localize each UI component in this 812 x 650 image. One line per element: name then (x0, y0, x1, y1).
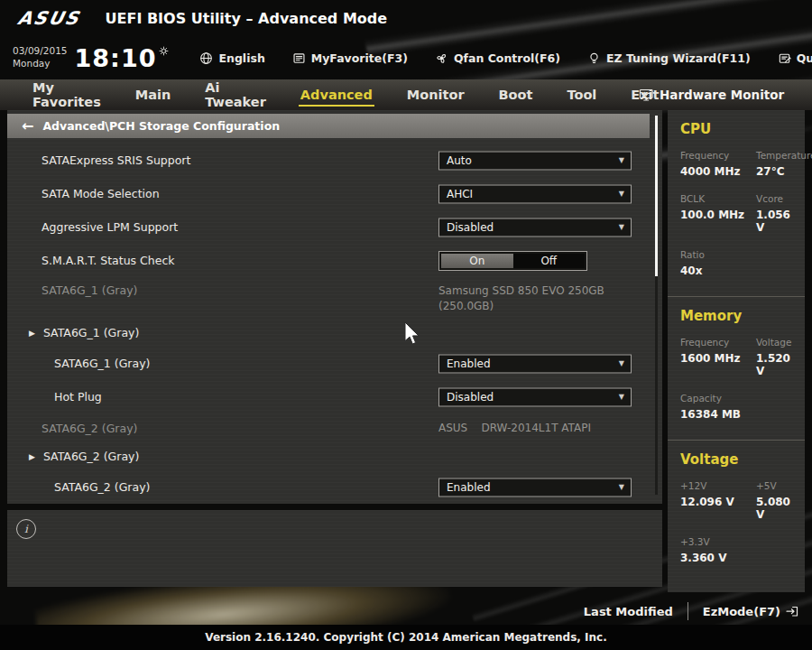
dropdown-value: Auto (447, 154, 472, 167)
toggle-option-off[interactable]: Off (513, 254, 586, 268)
setting-dropdown[interactable]: Auto ▼ (438, 151, 632, 170)
setting-info-row: SATA6G_2 (Gray) ASUS DRW-2014L1T ATAPI (7, 413, 662, 442)
back-arrow-icon[interactable]: ← (22, 119, 33, 134)
version-bar: Version 2.16.1240. Copyright (C) 2014 Am… (0, 625, 812, 650)
breadcrumb-path: Advanced\PCH Storage Configuration (42, 119, 280, 133)
tab-ai-tweaker[interactable]: Ai Tweaker (203, 76, 268, 114)
toolbar-item-quick-note-f9[interactable]: Quick Note(F9) (778, 51, 812, 65)
setting-info-value: ASUS DRW-2014L1T ATAPI (438, 421, 591, 436)
toolbar-item-label: MyFavorite(F3) (311, 51, 408, 65)
info-icon: i (16, 519, 36, 539)
scrollbar-thumb[interactable] (655, 116, 658, 276)
hw-reading: Ratio40x (680, 249, 756, 277)
toolbar-item-myfavorite-f3[interactable]: MyFavorite(F3) (292, 51, 408, 65)
hw-reading-label: +5V (756, 480, 798, 491)
toolbar-item-label: EZ Tuning Wizard(F11) (606, 51, 751, 65)
tab-boot[interactable]: Boot (497, 83, 535, 107)
setting-info-value: Samsung SSD 850 EVO 250GB(250.0GB) (438, 283, 604, 314)
day-label: Monday (13, 58, 68, 70)
last-modified-button[interactable]: Last Modified (584, 605, 673, 618)
setting-label: SATA Mode Selection (42, 187, 160, 200)
info-value-line: (250.0GB) (438, 299, 604, 314)
setting-label: S.M.A.R.T. Status Check (42, 254, 175, 267)
help-panel: i (7, 510, 662, 587)
hw-reading: +3.3V3.360 V (680, 536, 756, 564)
hardware-monitor-header: Hardware Monitor (639, 79, 784, 110)
setting-label: SATA6G_1 (Gray) (43, 326, 139, 339)
tab-tool[interactable]: Tool (565, 83, 598, 107)
setting-row: SATA Mode Selection AHCI ▼ (7, 177, 662, 210)
toggle-option-on[interactable]: On (441, 254, 513, 268)
ez-tuning-icon (587, 51, 601, 65)
tab-main[interactable]: Main (134, 83, 173, 107)
toolbar: 03/09/2015 Monday 18:10 English MyFavori… (0, 36, 812, 79)
setting-dropdown[interactable]: Disabled ▼ (438, 218, 632, 237)
hw-reading-row: Frequency4000 MHzTemperature27°C (680, 150, 798, 178)
scrollbar[interactable] (655, 116, 658, 495)
toolbar-item-qfan-control-f6[interactable]: Qfan Control(F6) (435, 51, 560, 65)
footer-actions: Last Modified EzMode(F7) (584, 599, 799, 624)
breadcrumb[interactable]: ← Advanced\PCH Storage Configuration (7, 114, 650, 138)
ezmode-exit-icon (785, 605, 799, 618)
tab-monitor[interactable]: Monitor (405, 83, 466, 107)
toolbar-item-english[interactable]: English (199, 51, 264, 65)
setting-info-row: SATA6G_1 (Gray) Samsung SSD 850 EVO 250G… (7, 277, 662, 319)
myfavorite-icon (292, 51, 306, 65)
caret-down-icon: ▼ (619, 359, 624, 367)
hw-reading-row: +3.3V3.360 V (680, 536, 798, 564)
toolbar-item-label: Qfan Control(F6) (454, 51, 560, 65)
setting-dropdown[interactable]: AHCI ▼ (438, 184, 632, 203)
hw-reading-value: 1.056 V (756, 209, 798, 234)
hw-reading-label: Ratio (680, 249, 756, 260)
setting-label: SATA6G_2 (Gray) (43, 450, 139, 463)
info-value-line: ASUS DRW-2014L1T ATAPI (438, 421, 591, 436)
hw-reading-value: 12.096 V (680, 496, 756, 508)
hw-section-title: Memory (680, 308, 798, 324)
caret-down-icon: ▼ (619, 190, 624, 198)
ezmode-button[interactable]: EzMode(F7) (703, 605, 799, 618)
setting-submenu-row[interactable]: ▶ SATA6G_1 (Gray) (7, 319, 662, 347)
setting-label: SATA6G_2 (Gray) (54, 480, 150, 494)
hw-reading-label: +3.3V (680, 536, 756, 547)
setting-row: SATAExpress SRIS Support Auto ▼ (7, 144, 662, 177)
caret-down-icon: ▼ (619, 223, 624, 231)
setting-label: Aggressive LPM Support (42, 220, 178, 234)
submenu-arrow-icon: ▶ (29, 329, 35, 338)
hw-reading-value: 40x (680, 265, 756, 277)
hw-section: Memory Frequency1600 MHzVoltage1.520 VCa… (668, 296, 805, 440)
setting-submenu-row[interactable]: ▶ SATA6G_2 (Gray) (7, 442, 662, 470)
toolbar-item-label: Quick Note(F9) (797, 51, 812, 65)
datetime-block[interactable]: 03/09/2015 Monday (13, 45, 68, 70)
hw-reading-row: Frequency1600 MHzVoltage1.520 V (680, 337, 798, 377)
hw-reading-label: Temperature (756, 150, 812, 161)
caret-down-icon: ▼ (619, 393, 624, 401)
hw-reading-label: +12V (680, 480, 756, 491)
dropdown-value: Disabled (447, 391, 494, 404)
setting-label: SATA6G_2 (Gray) (42, 422, 137, 435)
tab-advanced[interactable]: Advanced (299, 83, 374, 107)
tab-my-favorites[interactable]: My Favorites (31, 76, 103, 114)
hardware-monitor-title: Hardware Monitor (660, 88, 784, 102)
setting-dropdown[interactable]: Disabled ▼ (438, 387, 632, 406)
dropdown-value: Disabled (447, 221, 494, 234)
hw-reading-value: 1.520 V (756, 352, 798, 377)
setting-toggle[interactable]: OnOff (438, 251, 587, 271)
hw-reading-row: Ratio40x (680, 249, 798, 277)
gear-icon[interactable] (159, 46, 169, 56)
hw-reading: +12V12.096 V (680, 480, 756, 521)
toolbar-item-ez-tuning-wizard-f11[interactable]: EZ Tuning Wizard(F11) (587, 51, 751, 65)
setting-dropdown[interactable]: Enabled ▼ (438, 354, 632, 373)
title-bar: ASUS UEFI BIOS Utility – Advanced Mode (0, 0, 812, 36)
caret-down-icon: ▼ (619, 156, 624, 164)
setting-dropdown[interactable]: Enabled ▼ (438, 478, 632, 497)
time-label: 18:10 (75, 46, 157, 70)
hw-reading: Capacity16384 MB (680, 393, 756, 421)
settings-panel: ← Advanced\PCH Storage Configuration SAT… (7, 110, 662, 504)
main-menu-bar: My Favorites Main Ai Tweaker Advanced Mo… (0, 79, 812, 110)
hw-reading-label: Capacity (680, 393, 756, 404)
hw-reading-label: Vcore (756, 193, 798, 204)
setting-label: SATAExpress SRIS Support (42, 153, 190, 167)
dropdown-value: Enabled (447, 358, 491, 370)
setting-label: Hot Plug (54, 390, 102, 404)
date-label: 03/09/2015 (13, 45, 68, 58)
